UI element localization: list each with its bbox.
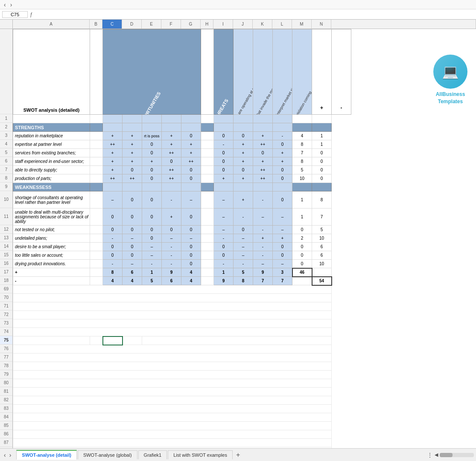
r14-n[interactable]: 6 xyxy=(312,243,332,251)
r14-k[interactable]: - xyxy=(253,243,273,251)
r11-m[interactable]: 1 xyxy=(292,209,312,226)
r12-k[interactable]: - xyxy=(253,226,273,234)
r4-m[interactable]: 8 xyxy=(292,140,312,149)
r6-l[interactable]: + xyxy=(273,157,292,166)
r3-f[interactable]: + xyxy=(162,132,181,140)
scroll-left-icon[interactable]: ◀ xyxy=(435,452,438,458)
r4-n[interactable]: 1 xyxy=(312,140,332,149)
col-header-L[interactable]: L xyxy=(272,20,292,29)
col-header-G[interactable]: G xyxy=(181,20,201,29)
r5-l[interactable]: + xyxy=(273,149,292,157)
r16-f[interactable]: - xyxy=(162,260,181,268)
r12-n[interactable]: 5 xyxy=(312,226,332,234)
r3-m[interactable]: 4 xyxy=(292,132,312,140)
prev-sheet-btn[interactable]: ‹ xyxy=(2,1,8,9)
r3-d[interactable]: + xyxy=(123,132,142,140)
r5-g[interactable]: + xyxy=(181,149,201,157)
r14-f[interactable]: - xyxy=(162,243,181,251)
row-4[interactable]: expertise at partner level ++ + 0 + + - … xyxy=(13,140,351,149)
r14-m[interactable]: 0 xyxy=(292,243,312,251)
row-10[interactable]: shortage of consultants at operating lev… xyxy=(13,191,351,209)
add-tab-btn[interactable]: + xyxy=(234,450,242,460)
r15-c[interactable]: 0 xyxy=(103,251,123,260)
r16-j[interactable]: - xyxy=(234,260,253,268)
row-8[interactable]: production of parts; ++ ++ 0 ++ 0 + + ++… xyxy=(13,174,351,183)
r14-d[interactable]: 0 xyxy=(123,243,142,251)
col-header-D[interactable]: D xyxy=(122,20,142,29)
r75-b[interactable] xyxy=(90,336,103,345)
col-header-J[interactable]: J xyxy=(233,20,253,29)
r11-c[interactable]: 0 xyxy=(103,209,123,226)
r10-f[interactable]: - xyxy=(162,191,181,209)
r11-f[interactable]: + xyxy=(162,209,181,226)
r4-e[interactable]: 0 xyxy=(142,140,162,149)
r8-d[interactable]: ++ xyxy=(123,174,142,183)
r15-e[interactable]: – xyxy=(142,251,162,260)
r10-k[interactable]: - xyxy=(253,191,273,209)
r13-j[interactable]: – xyxy=(234,234,253,243)
r6-g[interactable]: ++ xyxy=(181,157,201,166)
r15-d[interactable]: 0 xyxy=(123,251,142,260)
r13-g[interactable]: – xyxy=(181,234,201,243)
empty-row-75[interactable] xyxy=(13,336,351,345)
r7-e[interactable]: 0 xyxy=(142,166,162,174)
tab-menu-icon[interactable]: ⋮ xyxy=(427,452,433,458)
r75-d[interactable] xyxy=(123,336,142,345)
tab-swot-examples[interactable]: List with SWOT examples xyxy=(168,450,233,459)
r6-f[interactable]: 0 xyxy=(162,157,181,166)
r4-i[interactable]: - xyxy=(214,140,234,149)
row-13[interactable]: undetailed plans; - – 0 – – - – + + 2 10 xyxy=(13,234,351,243)
r12-l[interactable]: – xyxy=(273,226,292,234)
r13-c[interactable]: - xyxy=(103,234,123,243)
tab-swot-global[interactable]: SWOT-analyse (global) xyxy=(78,450,137,459)
r16-n[interactable]: 10 xyxy=(312,260,332,268)
row-11[interactable]: unable to deal with multi-disciplinary a… xyxy=(13,209,351,226)
r4-f[interactable]: + xyxy=(162,140,181,149)
col-header-A[interactable]: A xyxy=(13,20,90,29)
col-header-B[interactable]: B xyxy=(90,20,102,29)
r3-g[interactable]: 0 xyxy=(181,132,201,140)
r75-c-selected[interactable] xyxy=(103,336,123,345)
r4-l[interactable]: 0 xyxy=(273,140,292,149)
r7-i[interactable]: 0 xyxy=(214,166,234,174)
col-header-K[interactable]: K xyxy=(253,20,272,29)
r8-n[interactable]: 0 xyxy=(312,174,332,183)
r15-m[interactable]: 0 xyxy=(292,251,312,260)
r12-c[interactable]: 0 xyxy=(103,226,123,234)
r5-c[interactable]: + xyxy=(103,149,123,157)
r10-i[interactable]: – xyxy=(214,191,234,209)
r4-c[interactable]: ++ xyxy=(103,140,123,149)
r13-f[interactable]: – xyxy=(162,234,181,243)
r5-f[interactable]: ++ xyxy=(162,149,181,157)
r6-d[interactable]: + xyxy=(123,157,142,166)
r13-m[interactable]: 2 xyxy=(292,234,312,243)
r3-j[interactable]: 0 xyxy=(234,132,253,140)
r7-k[interactable]: ++ xyxy=(253,166,273,174)
r16-g[interactable]: 0 xyxy=(181,260,201,268)
r6-c[interactable]: + xyxy=(103,157,123,166)
r16-e[interactable]: - xyxy=(142,260,162,268)
r13-e[interactable]: 0 xyxy=(142,234,162,243)
r14-e[interactable]: – xyxy=(142,243,162,251)
r6-k[interactable]: + xyxy=(253,157,273,166)
r16-i[interactable]: - xyxy=(214,260,234,268)
r5-n[interactable]: 0 xyxy=(312,149,332,157)
r15-g[interactable]: 0 xyxy=(181,251,201,260)
r10-j[interactable]: + xyxy=(234,191,253,209)
row-15[interactable]: too little sales or account; 0 0 – - 0 0… xyxy=(13,251,351,260)
r8-e[interactable]: 0 xyxy=(142,174,162,183)
r10-n[interactable]: 8 xyxy=(312,191,332,209)
r4-k[interactable]: ++ xyxy=(253,140,273,149)
r12-e[interactable]: 0 xyxy=(142,226,162,234)
r7-d[interactable]: 0 xyxy=(123,166,142,174)
r16-k[interactable]: – xyxy=(253,260,273,268)
r8-m[interactable]: 10 xyxy=(292,174,312,183)
col-header-C[interactable]: C xyxy=(102,20,122,29)
row-7[interactable]: able to directly supply; + 0 0 ++ 0 0 0 … xyxy=(13,166,351,174)
r4-j[interactable]: + xyxy=(234,140,253,149)
col-header-H[interactable]: H xyxy=(201,20,213,29)
r5-e[interactable]: 0 xyxy=(142,149,162,157)
r8-l[interactable]: 0 xyxy=(273,174,292,183)
row-3[interactable]: reputation in marketplace + + rt is poss… xyxy=(13,132,351,140)
r12-d[interactable]: 0 xyxy=(123,226,142,234)
